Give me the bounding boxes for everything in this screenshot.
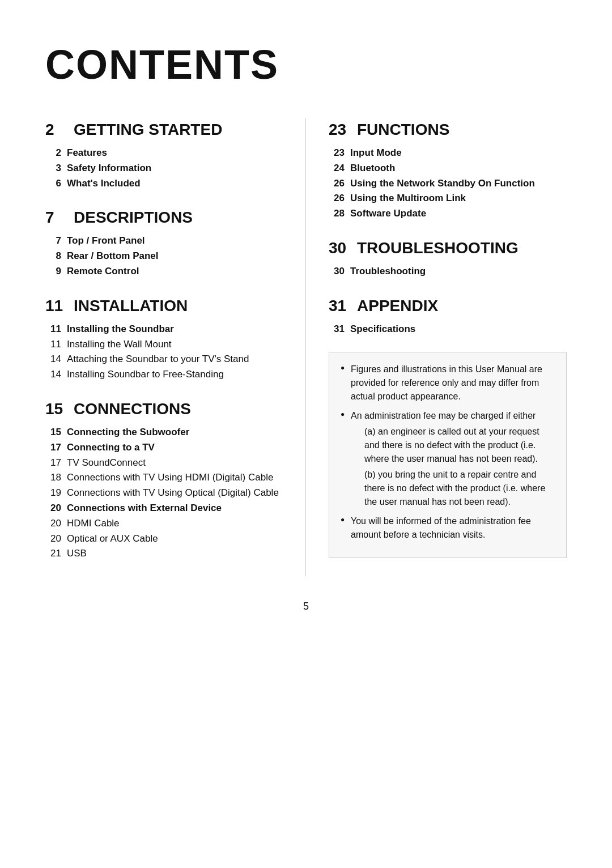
toc-item: 30 Troubleshooting [329, 265, 567, 278]
toc-item: 20 Optical or AUX Cable [45, 532, 283, 546]
section-appendix: 31 APPENDIX 31 Specifications [329, 294, 567, 336]
section-connections: 15 CONNECTIONS 15 Connecting the Subwoof… [45, 397, 283, 560]
section-title-functions: FUNCTIONS [357, 118, 449, 142]
toc-item: 19 Connections with TV Using Optical (Di… [45, 486, 283, 500]
toc-item: 26 Using the Network Standby On Function [329, 177, 567, 190]
toc-item: 28 Software Update [329, 207, 567, 220]
toc-item: 21 USB [45, 547, 283, 560]
toc-item: 15 Connecting the Subwoofer [45, 426, 283, 439]
section-troubleshooting: 30 TROUBLESHOOTING 30 Troubleshooting [329, 236, 567, 278]
toc-item: 20 HDMI Cable [45, 517, 283, 530]
section-heading-installation: 11 INSTALLATION [45, 294, 283, 318]
toc-item: 9 Remote Control [45, 265, 283, 278]
left-column: 2 GETTING STARTED 2 Features 3 Safety In… [45, 118, 306, 576]
note-item-1: Figures and illustrations in this User M… [341, 363, 555, 403]
section-number-troubleshooting: 30 [329, 236, 351, 260]
note-sub-item-a: (a) an engineer is called out at your re… [351, 425, 555, 466]
page-number: 5 [45, 599, 567, 614]
section-number-connections: 15 [45, 397, 68, 421]
toc-item: 18 Connections with TV Using HDMI (Digit… [45, 471, 283, 484]
section-number-getting-started: 2 [45, 118, 68, 142]
toc-item: 24 Bluetooth [329, 161, 567, 175]
toc-item: 3 Safety Information [45, 161, 283, 175]
note-item-2: An administration fee may be charged if … [341, 409, 555, 509]
section-title-troubleshooting: TROUBLESHOOTING [357, 236, 518, 260]
toc-item: 23 Input Mode [329, 146, 567, 160]
section-heading-troubleshooting: 30 TROUBLESHOOTING [329, 236, 567, 260]
section-number-installation: 11 [45, 294, 68, 318]
page-title: CONTENTS [45, 34, 567, 95]
note-item-3: You will be informed of the administrati… [341, 514, 555, 542]
section-number-functions: 23 [329, 118, 351, 142]
section-title-getting-started: GETTING STARTED [74, 118, 222, 142]
toc-item: 17 TV SoundConnect [45, 456, 283, 470]
notes-list: Figures and illustrations in this User M… [341, 363, 555, 542]
section-functions: 23 FUNCTIONS 23 Input Mode 24 Bluetooth … [329, 118, 567, 220]
contents-layout: 2 GETTING STARTED 2 Features 3 Safety In… [45, 118, 567, 576]
note-sub-list: (a) an engineer is called out at your re… [351, 425, 555, 509]
section-number-appendix: 31 [329, 294, 351, 318]
section-title-connections: CONNECTIONS [74, 397, 191, 421]
section-title-descriptions: DESCRIPTIONS [74, 206, 193, 229]
note-sub-item-b: (b) you bring the unit to a repair centr… [351, 468, 555, 509]
toc-item: 8 Rear / Bottom Panel [45, 249, 283, 263]
toc-item: 11 Installing the Soundbar [45, 322, 283, 336]
notes-box: Figures and illustrations in this User M… [329, 352, 567, 558]
section-heading-appendix: 31 APPENDIX [329, 294, 567, 318]
section-heading-functions: 23 FUNCTIONS [329, 118, 567, 142]
section-heading-getting-started: 2 GETTING STARTED [45, 118, 283, 142]
section-heading-connections: 15 CONNECTIONS [45, 397, 283, 421]
toc-item: 26 Using the Multiroom Link [329, 192, 567, 205]
toc-item: 11 Installing the Wall Mount [45, 338, 283, 351]
toc-item: 31 Specifications [329, 322, 567, 336]
toc-item: 14 Installing Soundbar to Free-Standing [45, 368, 283, 381]
toc-item: 6 What's Included [45, 177, 283, 190]
section-title-appendix: APPENDIX [357, 294, 438, 318]
section-title-installation: INSTALLATION [74, 294, 188, 318]
section-getting-started: 2 GETTING STARTED 2 Features 3 Safety In… [45, 118, 283, 190]
right-column: 23 FUNCTIONS 23 Input Mode 24 Bluetooth … [306, 118, 567, 576]
toc-item: 20 Connections with External Device [45, 501, 283, 515]
section-heading-descriptions: 7 DESCRIPTIONS [45, 206, 283, 229]
toc-item: 14 Attaching the Soundbar to your TV's S… [45, 352, 283, 366]
toc-item: 17 Connecting to a TV [45, 441, 283, 454]
section-descriptions: 7 DESCRIPTIONS 7 Top / Front Panel 8 Rea… [45, 206, 283, 278]
toc-item: 2 Features [45, 146, 283, 160]
section-installation: 11 INSTALLATION 11 Installing the Soundb… [45, 294, 283, 381]
section-number-descriptions: 7 [45, 206, 68, 229]
toc-item: 7 Top / Front Panel [45, 234, 283, 248]
